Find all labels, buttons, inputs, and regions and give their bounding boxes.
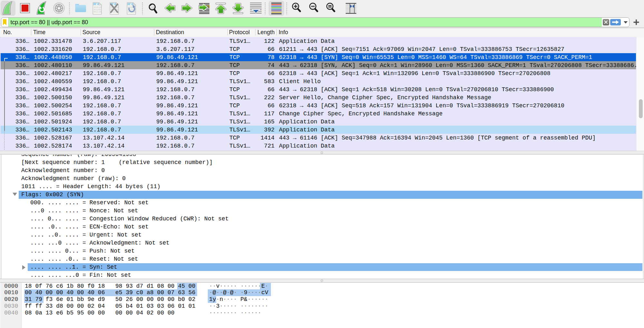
svg-text:01110: 01110 xyxy=(94,11,101,13)
